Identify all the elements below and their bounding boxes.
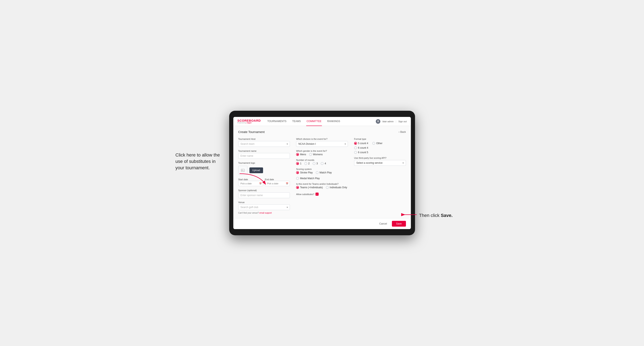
format-6count4-option[interactable]: 6 count 4 xyxy=(354,146,368,149)
back-link[interactable]: ‹ Back xyxy=(399,131,406,133)
event-individuals-radio[interactable] xyxy=(326,186,329,189)
gender-mens-radio[interactable] xyxy=(296,153,299,156)
rounds-3-option[interactable]: 3 xyxy=(312,162,318,165)
rounds-4-radio[interactable] xyxy=(321,162,324,165)
format-5count4-radio[interactable] xyxy=(354,142,357,145)
scoring-label: Scoring system xyxy=(296,168,348,170)
scoring-service-select-wrapper: Select a scoring service ▼ xyxy=(354,160,406,166)
scoring-group: Scoring system Stroke Play Match Play xyxy=(296,168,348,180)
scoring-service-label: Use third-party live scoring API? xyxy=(354,157,406,159)
rounds-3-radio[interactable] xyxy=(312,162,316,165)
rounds-label: Number of rounds xyxy=(296,159,348,161)
scoring-match-radio[interactable] xyxy=(316,171,318,174)
page-header: Create Tournament ‹ Back xyxy=(238,130,406,134)
rounds-radio-group: 1 2 3 xyxy=(296,162,348,165)
scoring-service-select[interactable]: Select a scoring service xyxy=(354,160,406,166)
nav-links: TOURNAMENTS TEAMS COMMITTEE RANKINGS xyxy=(267,117,376,126)
user-avatar: B xyxy=(376,119,380,124)
scoring-medal-option[interactable]: Medal Match Play xyxy=(296,177,320,180)
tournament-name-label: Tournament name xyxy=(238,150,290,152)
scoring-stroke-option[interactable]: Stroke Play xyxy=(296,171,312,174)
save-button[interactable]: Save xyxy=(392,221,406,227)
rounds-2-radio[interactable] xyxy=(304,162,307,165)
nav-committee[interactable]: COMMITTEE xyxy=(306,117,322,126)
venue-group: Venue ▼ Can't find your venue? email sup… xyxy=(238,201,290,214)
scoring-radio-group: Stroke Play Match Play Medal Match Play xyxy=(296,171,348,180)
sponsor-group: Sponsor (optional) xyxy=(238,189,290,198)
rounds-4-option[interactable]: 4 xyxy=(321,162,326,165)
venue-help-text: Can't find your venue? email support xyxy=(238,212,290,214)
format-other-radio[interactable] xyxy=(372,142,375,145)
format-options: 5 count 4 Other xyxy=(354,142,406,154)
end-date-group: End date 📅 xyxy=(265,178,290,186)
nav-rankings[interactable]: RANKINGS xyxy=(327,117,341,126)
event-teams-option[interactable]: Teams (+Individuals) xyxy=(296,186,323,189)
event-for-label: Is this event for Teams and/or Individua… xyxy=(296,183,348,185)
format-6count4-radio[interactable] xyxy=(354,146,357,149)
format-other-option[interactable]: Other xyxy=(372,142,382,145)
tournament-name-input[interactable] xyxy=(238,153,290,159)
scoring-match-option[interactable]: Match Play xyxy=(316,171,332,174)
format-group: Format type 5 count 4 Other xyxy=(354,138,406,154)
rounds-1-option[interactable]: 1 xyxy=(296,162,302,165)
venue-select-wrapper: ▼ xyxy=(238,204,290,210)
logo-powered: Powered by clippd xyxy=(238,122,261,124)
annotation-left: Click here to allow the use of substitut… xyxy=(176,152,225,171)
rounds-2-option[interactable]: 2 xyxy=(304,162,310,165)
calendar-icon-end: 📅 xyxy=(286,182,288,185)
scoring-stroke-radio[interactable] xyxy=(296,171,299,174)
division-select-wrapper: NCAA Division I ▼ xyxy=(296,141,348,147)
tournament-logo-label: Tournament logo xyxy=(238,162,290,164)
nav-teams[interactable]: TEAMS xyxy=(292,117,301,126)
tournament-host-group: Tournament Host ▼ xyxy=(238,138,290,147)
tournament-name-group: Tournament name xyxy=(238,150,290,159)
format-6count5-option[interactable]: 6 count 5 xyxy=(354,151,368,154)
nav-tournaments[interactable]: TOURNAMENTS xyxy=(267,117,287,126)
tournament-host-input[interactable] xyxy=(238,141,290,147)
format-6count5-radio[interactable] xyxy=(354,151,357,154)
sign-out-link[interactable]: Sign out xyxy=(398,120,406,123)
gender-group: Which gender is the event for? Mens Wome… xyxy=(296,150,348,156)
allow-substitutes-checkbox[interactable]: ✓ xyxy=(316,192,318,196)
allow-substitutes-label: Allow substitutes? xyxy=(296,193,314,195)
format-row-1: 5 count 4 Other xyxy=(354,142,406,145)
email-support-link[interactable]: email support xyxy=(259,212,272,214)
gender-label: Which gender is the event for? xyxy=(296,150,348,152)
rounds-group: Number of rounds 1 2 xyxy=(296,159,348,165)
gender-mens-option[interactable]: Mens xyxy=(296,153,306,156)
division-select[interactable]: NCAA Division I xyxy=(296,141,348,147)
gender-womens-radio[interactable] xyxy=(309,153,312,156)
event-teams-radio[interactable] xyxy=(296,186,299,189)
division-group: Which division is the event for? NCAA Di… xyxy=(296,138,348,147)
gender-womens-option[interactable]: Womens xyxy=(309,153,323,156)
form-middle-column: Which division is the event for? NCAA Di… xyxy=(296,138,348,214)
tournament-host-select-wrapper: ▼ xyxy=(238,141,290,147)
allow-substitutes-checkbox-group: Allow substitutes? ✓ xyxy=(296,192,348,196)
format-label: Format type xyxy=(354,138,406,140)
logo-scoreboard: SCOREBOARD xyxy=(238,119,261,122)
page-title: Create Tournament xyxy=(238,130,265,134)
event-individuals-option[interactable]: Individuals Only xyxy=(326,186,347,189)
cancel-button[interactable]: Cancel xyxy=(377,221,390,226)
sponsor-input[interactable] xyxy=(238,192,290,198)
annotation-right: Then click Save. xyxy=(419,212,460,219)
user-name: blair admin xyxy=(382,120,394,123)
rounds-1-radio[interactable] xyxy=(296,162,299,165)
venue-input[interactable] xyxy=(238,204,290,210)
scoring-service-group: Use third-party live scoring API? Select… xyxy=(354,157,406,166)
division-label: Which division is the event for? xyxy=(296,138,348,140)
event-for-radio-group: Teams (+Individuals) Individuals Only xyxy=(296,186,348,189)
form-right-column: Format type 5 count 4 Other xyxy=(354,138,406,214)
end-date-wrapper: 📅 xyxy=(265,181,290,186)
scoring-medal-radio[interactable] xyxy=(296,177,299,180)
venue-label: Venue xyxy=(238,201,290,203)
logo-area: SCOREBOARD Powered by clippd xyxy=(238,119,261,124)
nav-right: B blair admin | Sign out xyxy=(376,119,406,124)
navbar: SCOREBOARD Powered by clippd TOURNAMENTS… xyxy=(233,117,411,126)
allow-substitutes-group: Allow substitutes? ✓ xyxy=(296,192,348,196)
format-5count4-option[interactable]: 5 count 4 xyxy=(354,142,368,145)
format-row-3: 6 count 5 xyxy=(354,151,406,154)
format-row-2: 6 count 4 xyxy=(354,146,406,149)
tournament-host-label: Tournament Host xyxy=(238,138,290,140)
sponsor-label: Sponsor (optional) xyxy=(238,189,290,191)
